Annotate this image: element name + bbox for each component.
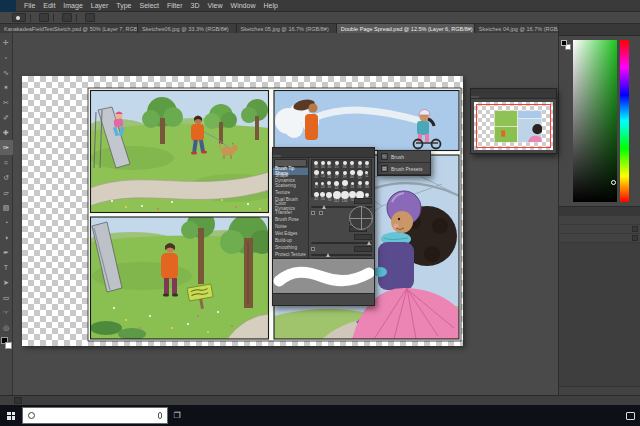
menu-item[interactable]: View xyxy=(204,0,227,12)
spacing-value[interactable] xyxy=(354,246,372,252)
flip-x-checkbox[interactable] xyxy=(311,211,315,215)
start-button[interactable] xyxy=(0,405,22,426)
flow-select[interactable] xyxy=(85,13,95,22)
dodge-tool[interactable]: ◑ xyxy=(0,230,13,245)
foreground-background-swatches[interactable] xyxy=(1,337,12,349)
eyedropper-tool[interactable]: ✐ xyxy=(0,110,13,125)
color-picker-marker[interactable] xyxy=(611,180,616,185)
path-selection-tool[interactable]: ➤ xyxy=(0,275,13,290)
brush-section-item[interactable]: Texture xyxy=(273,189,308,196)
document-tab[interactable]: KanakadeaFieldTestSketch.psd @ 50% (Laye… xyxy=(0,24,138,33)
brush-tip[interactable]: 36 xyxy=(364,161,371,170)
layer-opacity-row xyxy=(559,225,640,234)
mini-foreground-background-swatches[interactable] xyxy=(561,40,571,50)
menu-item[interactable]: Image xyxy=(59,0,86,12)
brush-tip[interactable]: 46 xyxy=(349,170,356,181)
brush-tip[interactable]: 134 xyxy=(341,191,349,204)
brush-section-item[interactable]: Wet Edges xyxy=(273,230,308,237)
move-tool[interactable]: ✛ xyxy=(0,35,13,50)
flip-y-checkbox[interactable] xyxy=(319,211,323,215)
brush-tip[interactable]: 26 xyxy=(356,180,364,191)
brush-panel-tab[interactable] xyxy=(281,155,289,157)
brush-tip[interactable]: 36 xyxy=(356,161,364,170)
angle-roundness-control[interactable] xyxy=(349,206,373,230)
brush-tip[interactable]: 25 xyxy=(333,161,341,170)
blur-tool[interactable]: ◔ xyxy=(0,215,13,230)
navigator-view-box[interactable] xyxy=(476,104,551,148)
brush-tip[interactable]: 60 xyxy=(341,180,349,191)
menu-items: FileEditImageLayerTypeSelectFilter3DView… xyxy=(20,0,282,12)
brush-preset-picker[interactable] xyxy=(12,13,26,22)
layer-opacity-value[interactable] xyxy=(632,226,638,233)
dock-collapse-bar[interactable] xyxy=(559,24,640,36)
hue-slider[interactable] xyxy=(620,40,629,202)
brush-section-item[interactable]: Color Dynamics xyxy=(273,202,308,209)
brush-tip[interactable]: 11 xyxy=(364,170,371,181)
healing-brush-tool[interactable]: ✚ xyxy=(0,125,13,140)
brush-section-item[interactable]: Protect Texture xyxy=(273,251,308,258)
type-tool[interactable]: T xyxy=(0,260,13,275)
eraser-tool[interactable]: ▱ xyxy=(0,185,13,200)
brush-tip[interactable]: 39 xyxy=(341,170,349,181)
menu-item[interactable]: Type xyxy=(112,0,135,12)
document-tab[interactable]: Sketches 05.jpg @ 16.7% (RGB/8#) xyxy=(237,24,337,33)
navigator-tab[interactable] xyxy=(471,96,479,98)
brush-section-item[interactable]: Build-up xyxy=(273,237,308,244)
size-value[interactable] xyxy=(354,198,372,204)
artwork-canvas[interactable] xyxy=(22,76,463,346)
pen-tool[interactable]: ✒ xyxy=(0,245,13,260)
document-canvas[interactable] xyxy=(22,76,463,346)
background-color-swatch[interactable] xyxy=(5,342,12,349)
gradient-tool[interactable]: ▧ xyxy=(0,200,13,215)
menu-item[interactable]: Help xyxy=(259,0,281,12)
brush-tool[interactable]: ✑ xyxy=(0,140,13,155)
spacing-checkbox[interactable] xyxy=(311,247,315,251)
document-tab[interactable]: Double Page Spread.psd @ 12.5% (Layer 6,… xyxy=(337,24,475,33)
brush-tip[interactable]: 44 xyxy=(333,180,341,191)
crop-tool[interactable]: ✂ xyxy=(0,95,13,110)
brush-panel-tab[interactable] xyxy=(273,155,281,157)
menu-item[interactable]: File xyxy=(20,0,39,12)
brush-section-item[interactable]: Smoothing xyxy=(273,244,308,251)
action-center-icon[interactable] xyxy=(626,412,635,420)
layer-fill-value[interactable] xyxy=(632,235,638,242)
menu-item[interactable]: Window xyxy=(227,0,260,12)
brush-tip[interactable]: 33 xyxy=(364,180,371,191)
brush-tip[interactable]: 27 xyxy=(333,170,341,181)
brush-tip[interactable]: 36 xyxy=(341,161,349,170)
menu-item[interactable]: Edit xyxy=(39,0,59,12)
menu-item[interactable]: Select xyxy=(136,0,163,12)
hardness-slider[interactable] xyxy=(311,241,372,245)
opacity-select[interactable] xyxy=(62,13,72,22)
microphone-icon[interactable] xyxy=(158,412,162,419)
zoom-tool[interactable]: ◎ xyxy=(0,320,13,335)
task-view-button[interactable]: ❐ xyxy=(168,411,186,420)
document-tab[interactable]: Sketches06.jpg @ 33.3% (RGB/8#) xyxy=(138,24,237,33)
marquee-tool[interactable]: ▫ xyxy=(0,50,13,65)
quick-selection-tool[interactable]: ✶ xyxy=(0,80,13,95)
brush-tip[interactable]: 59 xyxy=(356,170,364,181)
brush-tip[interactable]: 112 xyxy=(333,191,341,204)
clone-stamp-tool[interactable]: ⌗ xyxy=(0,155,13,170)
history-brush-tool[interactable]: ↺ xyxy=(0,170,13,185)
brush-panel-button[interactable]: ✑ Brush xyxy=(378,151,430,163)
spacing-slider[interactable] xyxy=(311,253,372,257)
menu-item[interactable]: 3D xyxy=(187,0,204,12)
brush-section-item[interactable]: Brush Pose xyxy=(273,216,308,223)
blend-mode-select[interactable] xyxy=(39,13,49,22)
brush-presets-panel-button[interactable]: ▤ Brush Presets xyxy=(378,163,430,175)
shape-tool[interactable]: ▭ xyxy=(0,290,13,305)
menu-item[interactable]: Filter xyxy=(163,0,187,12)
brush-tip[interactable]: 14 xyxy=(349,180,356,191)
lasso-tool[interactable]: ∿ xyxy=(0,65,13,80)
hardness-value[interactable] xyxy=(354,234,372,240)
navigator-thumbnail[interactable] xyxy=(474,102,553,150)
brush-section-item[interactable]: Shape Dynamics xyxy=(273,175,308,182)
brush-tip[interactable]: 25 xyxy=(349,161,356,170)
zoom-level-field[interactable] xyxy=(14,397,22,404)
hand-tool[interactable]: ☞ xyxy=(0,305,13,320)
menu-item[interactable]: Layer xyxy=(87,0,113,12)
taskbar-search-box[interactable] xyxy=(22,407,168,424)
brush-section-item[interactable]: Noise xyxy=(273,223,308,230)
color-saturation-field[interactable] xyxy=(573,40,617,202)
